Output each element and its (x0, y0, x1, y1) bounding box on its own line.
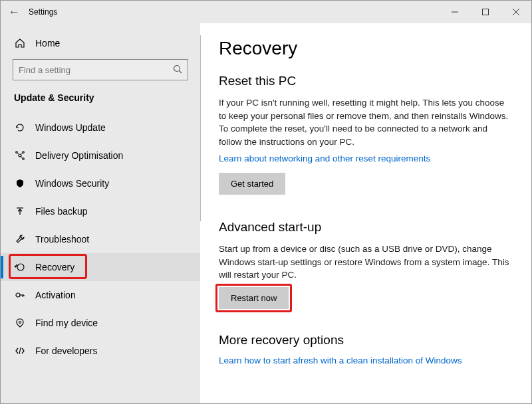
search-field[interactable] (19, 65, 173, 75)
svg-line-20 (19, 348, 21, 354)
sidebar-item-label: Windows Security (35, 178, 109, 189)
svg-point-15 (16, 293, 20, 297)
reset-section: Reset this PC If your PC isn't running w… (219, 74, 513, 213)
sidebar-item-delivery-optimisation[interactable]: Delivery Optimisation (1, 142, 200, 169)
sidebar-item-label: Troubleshoot (35, 234, 89, 245)
sidebar-item-windows-security[interactable]: Windows Security (1, 169, 200, 197)
advanced-section: Advanced start-up Start up from a device… (219, 220, 513, 326)
sidebar-item-label: Recovery (35, 262, 74, 272)
svg-point-7 (16, 152, 18, 153)
sidebar-home[interactable]: Home (1, 33, 200, 54)
sidebar-item-windows-update[interactable]: Windows Update (1, 114, 200, 142)
window-controls (440, 1, 531, 23)
svg-line-10 (17, 153, 19, 155)
nav-list: Windows Update Delivery Optimisation Win… (1, 114, 200, 365)
sidebar-item-find-my-device[interactable]: Find my device (1, 309, 200, 337)
reset-body: If your PC isn't running well, resetting… (219, 96, 511, 148)
sidebar-item-for-developers[interactable]: For developers (1, 337, 200, 365)
advanced-body: Start up from a device or disc (such as … (219, 243, 511, 282)
location-icon (14, 318, 26, 328)
svg-point-9 (23, 158, 25, 160)
sync-icon (14, 122, 26, 133)
svg-point-4 (174, 65, 180, 71)
wrench-icon (14, 234, 26, 245)
reset-title: Reset this PC (219, 74, 513, 88)
sidebar-home-label: Home (35, 38, 60, 49)
svg-point-6 (19, 154, 21, 157)
svg-rect-1 (483, 9, 489, 15)
main-panel: Recovery Reset this PC If your PC isn't … (200, 23, 531, 404)
shield-icon (14, 178, 26, 189)
svg-line-12 (21, 157, 23, 159)
home-icon (14, 38, 26, 49)
key-icon (14, 290, 26, 300)
advanced-title: Advanced start-up (219, 220, 513, 235)
page-title: Recovery (219, 38, 513, 59)
svg-line-5 (180, 70, 182, 73)
restart-highlight-wrap: Restart now (219, 287, 289, 309)
sidebar-item-label: Windows Update (35, 122, 106, 133)
search-input[interactable] (13, 59, 188, 80)
sidebar: Home Update & Security Windows Update (1, 23, 200, 404)
restart-now-button[interactable]: Restart now (219, 287, 289, 309)
minimize-button[interactable] (440, 1, 470, 23)
code-icon (14, 346, 26, 356)
more-section: More recovery options Learn how to start… (219, 333, 513, 375)
delivery-icon (14, 150, 26, 161)
close-button[interactable] (501, 1, 531, 23)
reset-link[interactable]: Learn about networking and other reset r… (219, 153, 430, 163)
svg-point-14 (17, 264, 24, 270)
get-started-button[interactable]: Get started (219, 173, 285, 195)
more-title: More recovery options (219, 333, 513, 348)
sidebar-item-files-backup[interactable]: Files backup (1, 197, 200, 225)
scroll-indicator (200, 35, 201, 221)
sidebar-item-label: Files backup (35, 206, 88, 217)
sidebar-item-label: Delivery Optimisation (35, 150, 123, 161)
search-icon (173, 64, 182, 76)
window-title: Settings (27, 7, 440, 17)
sidebar-item-label: For developers (35, 346, 97, 356)
sidebar-item-troubleshoot[interactable]: Troubleshoot (1, 225, 200, 253)
maximize-button[interactable] (470, 1, 501, 23)
sidebar-item-label: Activation (35, 290, 76, 300)
back-icon[interactable]: ← (1, 5, 27, 19)
sidebar-item-activation[interactable]: Activation (1, 281, 200, 309)
title-bar: ← Settings (1, 1, 531, 23)
svg-point-8 (23, 152, 25, 153)
backup-icon (14, 206, 26, 217)
sidebar-item-label: Find my device (35, 318, 98, 328)
svg-line-11 (21, 153, 23, 155)
sidebar-item-recovery[interactable]: Recovery (1, 253, 200, 281)
sidebar-category: Update & Security (1, 90, 200, 114)
content-area: Home Update & Security Windows Update (1, 23, 531, 404)
svg-point-19 (19, 322, 21, 324)
recovery-icon (14, 262, 26, 272)
more-link[interactable]: Learn how to start afresh with a clean i… (219, 355, 462, 365)
